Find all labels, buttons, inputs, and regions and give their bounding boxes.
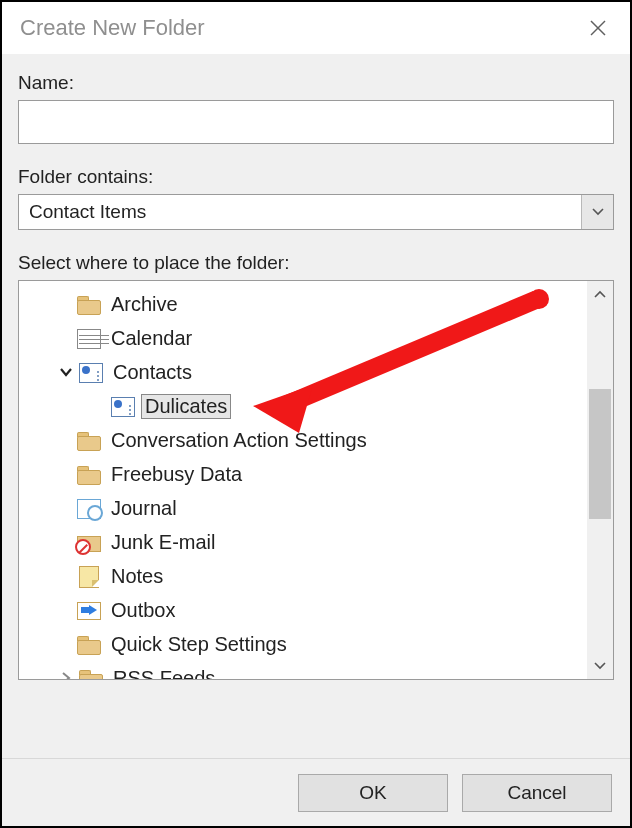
cancel-button[interactable]: Cancel: [462, 774, 612, 812]
tree-item[interactable]: Calendar: [19, 321, 585, 355]
tree-item-label: Junk E-mail: [107, 530, 219, 555]
chevron-down-icon: [59, 367, 73, 377]
expand-toggle[interactable]: [53, 665, 79, 679]
folder-icon: [79, 667, 103, 679]
tree-item[interactable]: Dulicates: [19, 389, 585, 423]
tree-item-label: Dulicates: [141, 394, 231, 419]
scroll-down-button[interactable]: [587, 653, 613, 679]
journal-icon: [77, 497, 101, 519]
tree-item-label: Contacts: [109, 360, 196, 385]
tree-item-label: Archive: [107, 292, 182, 317]
folder-contains-combo[interactable]: Contact Items: [18, 194, 614, 230]
contacts-icon: [79, 361, 103, 383]
combo-dropdown-button[interactable]: [581, 195, 613, 229]
tree-item[interactable]: Contacts: [19, 355, 585, 389]
contains-label: Folder contains:: [18, 166, 614, 188]
tree-item[interactable]: Notes: [19, 559, 585, 593]
tree-item-label: Conversation Action Settings: [107, 428, 371, 453]
chevron-down-icon: [592, 208, 604, 216]
tree-item[interactable]: Outbox: [19, 593, 585, 627]
scroll-thumb[interactable]: [589, 389, 611, 519]
tree-item[interactable]: Conversation Action Settings: [19, 423, 585, 457]
chevron-up-icon: [594, 290, 606, 298]
tree-item[interactable]: Journal: [19, 491, 585, 525]
tree-item-label: RSS Feeds: [109, 666, 219, 680]
scrollbar[interactable]: [587, 281, 613, 679]
name-label: Name:: [18, 72, 614, 94]
folder-tree: ArchiveCalendarContactsDulicatesConversa…: [18, 280, 614, 680]
calendar-icon: [77, 327, 101, 349]
tree-item-label: Quick Step Settings: [107, 632, 291, 657]
tree-item-label: Notes: [107, 564, 167, 589]
dialog-footer: OK Cancel: [2, 758, 630, 826]
folder-icon: [77, 633, 101, 655]
tree-item[interactable]: Junk E-mail: [19, 525, 585, 559]
tree-item[interactable]: Freebusy Data: [19, 457, 585, 491]
tree-item[interactable]: RSS Feeds: [19, 661, 585, 679]
titlebar: Create New Folder: [2, 2, 630, 54]
tree-item-label: Calendar: [107, 326, 196, 351]
placement-label: Select where to place the folder:: [18, 252, 614, 274]
dialog-body: Name: Folder contains: Contact Items Sel…: [2, 54, 630, 758]
dialog-create-new-folder: Create New Folder Name: Folder contains:…: [0, 0, 632, 828]
tree-item-label: Outbox: [107, 598, 179, 623]
chevron-down-icon: [594, 662, 606, 670]
tree-item-label: Freebusy Data: [107, 462, 246, 487]
folder-icon: [77, 429, 101, 451]
contacts-icon: [111, 395, 135, 417]
close-icon: [589, 19, 607, 37]
folder-contains-value: Contact Items: [29, 201, 146, 223]
chevron-right-icon: [61, 671, 71, 679]
scroll-up-button[interactable]: [587, 281, 613, 307]
tree-item[interactable]: Archive: [19, 287, 585, 321]
tree-item[interactable]: Quick Step Settings: [19, 627, 585, 661]
folder-icon: [77, 463, 101, 485]
junk-icon: [77, 531, 101, 553]
close-button[interactable]: [580, 10, 616, 46]
tree-item-label: Journal: [107, 496, 181, 521]
ok-button[interactable]: OK: [298, 774, 448, 812]
folder-icon: [77, 293, 101, 315]
notes-icon: [77, 565, 101, 587]
name-input[interactable]: [18, 100, 614, 144]
outbox-icon: [77, 599, 101, 621]
collapse-toggle[interactable]: [53, 359, 79, 385]
window-title: Create New Folder: [20, 15, 580, 41]
